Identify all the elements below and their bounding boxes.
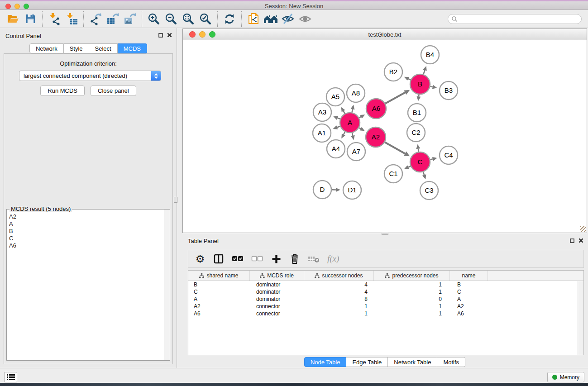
network-window-title: testGlobe.txt [183,31,587,38]
table-row[interactable]: Adominator80A [188,295,577,303]
graph-edge-A6-B[interactable] [385,92,405,103]
open-session-button[interactable] [5,11,22,27]
import-table-button[interactable] [63,11,80,27]
zoom-out-button[interactable] [163,11,180,27]
graph-edge-A-A1[interactable] [337,126,340,127]
table-toolbar: ⚙ [188,250,584,268]
add-column-button[interactable] [271,253,282,265]
save-session-button[interactable] [22,11,39,27]
zoom-in-button[interactable] [145,11,163,27]
graph-node-label: A5 [331,93,339,100]
graph-edge-C-C1[interactable] [408,166,411,167]
column-header-predecessor-nodes[interactable]: predecessor nodes [374,271,450,281]
zoom-selected-button[interactable] [197,11,214,27]
criterion-select[interactable]: largest connected component (directed) [19,71,161,81]
tab-node-table[interactable]: Node Table [304,357,347,367]
export-table-button[interactable] [104,11,121,27]
table-cell: A [450,295,488,303]
delete-column-button[interactable] [289,253,300,265]
mcds-result-item[interactable]: A2 [9,213,163,220]
table-row[interactable]: A6connector11A6 [188,310,577,317]
show-column-panel-button[interactable] [213,253,224,265]
memory-label: Memory [560,374,579,381]
tab-network[interactable]: Network [29,43,64,53]
table-row[interactable]: A2connector11A2 [188,303,577,310]
network-window-titlebar[interactable]: testGlobe.txt [183,29,587,40]
close-panel-button[interactable]: Close panel [91,86,136,96]
export-network-icon [89,13,102,25]
graph-node-label: C [418,158,423,166]
graph-edge-A-A3[interactable] [338,118,340,119]
delete-table-button[interactable] [308,253,320,265]
apply-layout-button[interactable] [221,11,238,27]
graph-edge-A-A4[interactable] [344,132,345,134]
float-table-panel-icon[interactable] [570,238,574,243]
column-header-name[interactable]: name [450,271,488,281]
mcds-result-item[interactable]: A6 [9,242,163,249]
houses-icon [263,14,278,24]
mcds-result-item[interactable]: C [9,235,163,242]
table-cell: A [188,295,250,303]
tab-network-table[interactable]: Network Table [388,357,437,367]
tab-motifs[interactable]: Motifs [437,357,465,367]
graph-edge-B-B2[interactable] [408,79,411,80]
search-input[interactable] [459,15,581,23]
network-canvas[interactable]: B4B2BB3A8A5A6A3B1AA1C2A2A4A7C4CC1DD1C3 [183,41,587,233]
mcds-result-item[interactable]: B [9,228,163,235]
graph-node-label: B1 [413,109,421,116]
resize-grip-icon[interactable] [580,226,586,232]
first-neighbors-button[interactable] [262,11,279,27]
graph-edge-C-C3[interactable] [423,172,424,175]
control-panel: Control Panel Network Style Select MCDS … [0,28,177,368]
table-row[interactable]: Cdominator41C [188,288,577,295]
column-header-filler [488,271,583,281]
result-scrollbar[interactable] [164,210,170,360]
graph-edge-B-B4[interactable] [423,70,425,74]
tab-edge-table[interactable]: Edge Table [346,357,388,367]
graph-edge-A-A2[interactable] [359,128,361,129]
graph-edge-A-A8[interactable] [352,109,353,112]
show-log-button[interactable] [4,372,17,382]
graph-node-label: C2 [411,129,420,136]
graph-edge-A2-C[interactable] [385,142,405,153]
zoom-fit-icon [182,12,195,26]
close-table-panel-icon[interactable] [578,238,583,243]
table-scrollbar[interactable] [578,281,583,355]
export-network-button[interactable] [87,11,104,27]
table-cell: 0 [374,295,450,303]
deselect-all-rows-button[interactable] [251,253,263,265]
run-mcds-button[interactable]: Run MCDS [40,86,85,96]
toolbar-separator [42,11,43,27]
vertical-split-handle[interactable] [174,197,177,203]
memory-button[interactable]: Memory [547,372,584,382]
tab-select[interactable]: Select [89,43,118,53]
graph-edge-C-C4[interactable] [430,159,433,159]
zoom-fit-button[interactable] [180,11,197,27]
mcds-result-item[interactable]: A [9,220,163,228]
close-panel-icon[interactable] [167,33,172,38]
function-builder-button[interactable]: f(x) [327,253,339,265]
list-icon [7,374,15,381]
graph-edge-A-A5[interactable] [344,111,345,114]
column-header-successor-nodes[interactable]: successor nodes [304,271,374,281]
column-header-MCDS-role[interactable]: MCDS role [250,271,304,281]
table-cell: connector [250,303,304,310]
hide-selected-button[interactable] [279,11,296,27]
new-network-from-selection-button[interactable] [245,11,262,27]
import-network-button[interactable] [46,11,63,27]
export-table-icon [106,13,119,25]
show-all-button[interactable] [296,11,314,27]
table-row[interactable]: Bdominator41B [188,281,577,288]
column-header-shared-name[interactable]: shared name [188,271,250,281]
graph-edge-A-A6[interactable] [359,117,361,118]
tab-style[interactable]: Style [64,43,89,53]
tab-mcds[interactable]: MCDS [118,43,147,53]
float-panel-icon[interactable] [158,33,163,38]
export-image-button[interactable] [121,11,139,27]
table-settings-button[interactable]: ⚙ [195,253,206,265]
select-all-rows-button[interactable] [232,253,244,265]
graph-edge-C-C2[interactable] [418,149,419,152]
graph-edge-A-A7[interactable] [352,133,353,135]
horizontal-split-handle[interactable] [382,233,388,235]
graph-edge-B-B3[interactable] [430,86,432,87]
